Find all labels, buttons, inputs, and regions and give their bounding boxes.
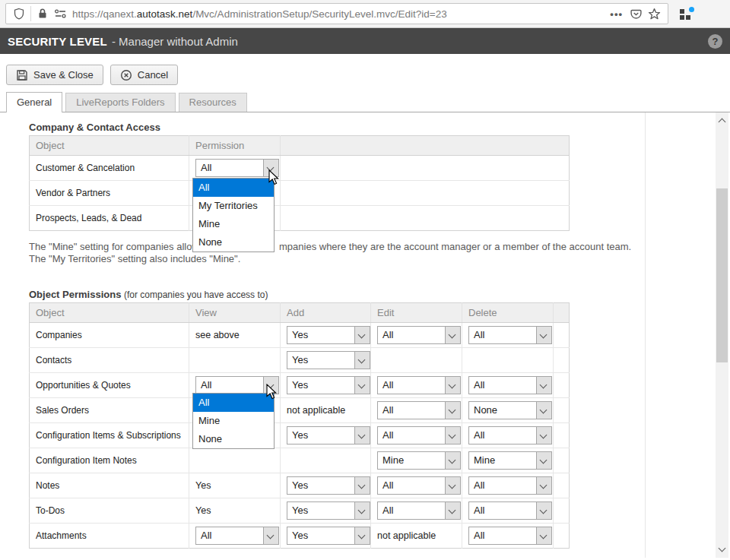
help-icon[interactable]: ? (708, 34, 722, 49)
cancel-label: Cancel (138, 69, 168, 81)
view-value: Yes (189, 473, 281, 498)
chevron-down-icon[interactable] (354, 377, 370, 394)
shield-icon[interactable] (13, 8, 25, 20)
scroll-up-icon[interactable] (716, 114, 728, 127)
chevron-down-icon[interactable] (354, 502, 370, 519)
lock-icon[interactable] (36, 8, 49, 20)
chevron-down-icon[interactable] (536, 427, 551, 444)
page-subtitle: - Manager without Admin (112, 35, 238, 48)
edit-select[interactable]: All (377, 376, 461, 394)
scrollbar-thumb[interactable] (716, 188, 728, 362)
chevron-down-icon[interactable] (536, 402, 551, 419)
content-area: Company & Contact Access Object Permissi… (0, 112, 730, 558)
page-actions-icon[interactable]: ••• (608, 8, 624, 20)
scroll-down-icon[interactable] (716, 543, 728, 556)
add-select[interactable]: Yes (287, 351, 370, 369)
table-row: Opportunities & Quotes All Yes All All (30, 373, 570, 398)
object-permissions-subtitle: (for companies you have access to) (124, 289, 268, 300)
chevron-down-icon[interactable] (445, 477, 460, 494)
dropdown-option-all[interactable]: All (193, 394, 274, 412)
note-line1-left: The "Mine" setting for companies allows (29, 241, 204, 252)
add-select[interactable]: Yes (287, 426, 370, 445)
delete-select[interactable]: All (468, 501, 552, 520)
chevron-down-icon[interactable] (536, 477, 551, 494)
table-row: Customer & Cancelation All (30, 156, 570, 181)
company-access-title: Company & Contact Access (29, 122, 730, 134)
save-icon (16, 69, 28, 81)
edit-select[interactable]: All (377, 401, 461, 419)
add-select[interactable]: Yes (287, 501, 370, 520)
edit-select[interactable]: Mine (377, 451, 461, 470)
pocket-icon[interactable] (630, 8, 643, 20)
object-label: To-Dos (30, 498, 189, 524)
chevron-down-icon[interactable] (536, 502, 551, 519)
url-bar[interactable]: https://qanext.autotask.net/Mvc/Administ… (5, 3, 668, 24)
add-select[interactable]: Yes (287, 376, 370, 394)
vertical-scrollbar[interactable] (716, 112, 728, 558)
view-dropdown-list: All Mine None (192, 393, 275, 449)
chevron-down-icon[interactable] (354, 477, 370, 494)
dropdown-option-mine[interactable]: Mine (193, 215, 274, 233)
chevron-down-icon[interactable] (445, 427, 460, 444)
delete-select[interactable]: All (468, 476, 552, 495)
chevron-down-icon[interactable] (263, 527, 278, 544)
tab-livereports-folders[interactable]: LiveReports Folders (65, 93, 175, 112)
chevron-down-icon[interactable] (445, 327, 460, 343)
permission-select[interactable]: All (195, 159, 279, 177)
dropdown-option-my-territories[interactable]: My Territories (193, 197, 274, 215)
view-select[interactable]: All (195, 527, 279, 545)
chevron-down-icon[interactable] (445, 452, 460, 469)
delete-select[interactable]: All (468, 426, 552, 445)
bookmark-star-icon[interactable] (648, 8, 661, 21)
chevron-down-icon[interactable] (445, 377, 460, 394)
url-scheme: https://qanext. (72, 8, 137, 20)
chevron-down-icon[interactable] (445, 402, 460, 419)
action-toolbar: Save & Close Cancel (0, 54, 730, 90)
column-header-object: Object (30, 303, 189, 323)
urlbar-divider (30, 6, 31, 21)
edit-select[interactable]: All (377, 326, 461, 344)
view-value: Yes (189, 498, 281, 524)
chevron-down-icon[interactable] (354, 327, 370, 343)
chevron-down-icon[interactable] (536, 377, 551, 394)
chevron-down-icon[interactable] (445, 502, 460, 519)
dropdown-option-all[interactable]: All (193, 179, 274, 197)
table-row: Attachments All Yes not applicable All (30, 524, 570, 549)
add-select[interactable]: Yes (287, 527, 370, 545)
delete-select[interactable]: All (468, 527, 552, 545)
company-access-table: Object Permission Customer & Cancelation… (29, 135, 570, 231)
table-row: Companies see above Yes All All (30, 323, 570, 348)
permissions-icon[interactable] (54, 8, 67, 20)
url-input[interactable]: https://qanext.autotask.net/Mvc/Administ… (72, 8, 603, 20)
edit-select[interactable]: All (377, 476, 461, 495)
dropdown-option-none[interactable]: None (193, 233, 274, 252)
dropdown-option-none[interactable]: None (193, 430, 274, 448)
apps-icon[interactable] (679, 7, 694, 21)
chevron-down-icon[interactable] (536, 527, 551, 544)
mouse-cursor (268, 169, 279, 185)
edit-select[interactable]: All (377, 501, 461, 520)
delete-select[interactable]: All (468, 326, 552, 344)
chevron-down-icon[interactable] (354, 527, 370, 544)
tab-general[interactable]: General (6, 92, 62, 112)
edit-select[interactable]: All (377, 426, 461, 445)
delete-select[interactable]: None (468, 401, 552, 419)
column-header-view: View (189, 303, 281, 323)
delete-select[interactable]: Mine (468, 451, 552, 470)
tab-resources[interactable]: Resources (179, 93, 247, 112)
save-close-button[interactable]: Save & Close (6, 65, 103, 85)
table-row: Notes Yes Yes All All (30, 473, 570, 498)
table-row: Prospects, Leads, & Dead (30, 206, 570, 231)
chevron-down-icon[interactable] (354, 352, 370, 369)
page-header: SECURITY LEVEL - Manager without Admin ? (0, 28, 730, 54)
chevron-down-icon[interactable] (354, 427, 370, 444)
table-row: Configuration Item Notes Mine Mine (30, 448, 570, 473)
add-select[interactable]: Yes (287, 476, 370, 495)
dropdown-option-mine[interactable]: Mine (193, 412, 274, 430)
cancel-button[interactable]: Cancel (110, 65, 178, 85)
chevron-down-icon[interactable] (536, 452, 551, 469)
delete-select[interactable]: All (468, 376, 552, 394)
add-select[interactable]: Yes (287, 326, 370, 344)
chevron-down-icon[interactable] (536, 327, 551, 343)
object-permissions-table: Object View Add Edit Delete Companies se… (29, 302, 570, 549)
